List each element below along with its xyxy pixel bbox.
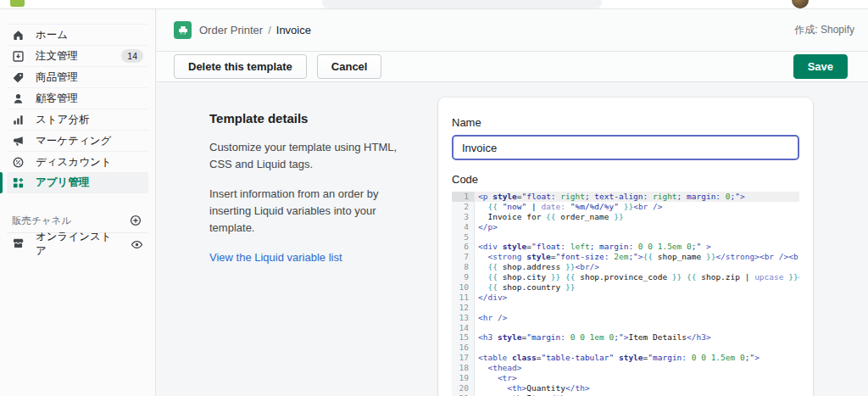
apps-icon bbox=[12, 176, 25, 189]
sidebar: ホーム 注文管理 14 商品管理 顧客管理 ストア分析 bbox=[0, 9, 156, 396]
main-area: Order Printer / Invoice 作成: Shopify Dele… bbox=[157, 9, 868, 396]
discounts-icon bbox=[12, 156, 25, 169]
orders-count-badge: 14 bbox=[121, 49, 143, 63]
sidebar-item-label: 顧客管理 bbox=[36, 92, 78, 106]
content-area: Template details Customize your template… bbox=[157, 82, 868, 396]
name-input[interactable] bbox=[452, 135, 799, 160]
sidebar-item-label: ディスカウント bbox=[36, 155, 112, 170]
liquid-variable-list-link[interactable]: View the Liquid variable list bbox=[209, 251, 342, 264]
store-icon bbox=[12, 237, 25, 252]
analytics-icon bbox=[12, 114, 25, 126]
name-label: Name bbox=[452, 116, 799, 129]
sidebar-item-label: ホーム bbox=[36, 28, 68, 42]
panel-description-1: Customize your template using HTML, CSS … bbox=[209, 139, 406, 173]
sidebar-item-orders[interactable]: 注文管理 14 bbox=[7, 45, 148, 66]
sidebar-nav: ホーム 注文管理 14 商品管理 顧客管理 ストア分析 bbox=[0, 24, 155, 193]
sidebar-item-label: 商品管理 bbox=[36, 70, 78, 85]
sidebar-item-label: マーケティング bbox=[36, 134, 111, 148]
save-button[interactable]: Save bbox=[793, 54, 848, 79]
sidebar-item-apps[interactable]: アプリ管理 bbox=[7, 172, 148, 193]
delete-template-button[interactable]: Delete this template bbox=[174, 54, 307, 79]
cancel-button[interactable]: Cancel bbox=[317, 54, 382, 79]
avatar[interactable] bbox=[792, 0, 809, 8]
view-store-eye-icon[interactable] bbox=[131, 238, 143, 251]
sidebar-item-products[interactable]: 商品管理 bbox=[7, 66, 148, 87]
sales-channels-label: 販売チャネル bbox=[12, 215, 71, 227]
sidebar-item-online-store[interactable]: オンラインストア bbox=[7, 232, 148, 255]
orders-icon bbox=[12, 50, 25, 63]
sidebar-item-home[interactable]: ホーム bbox=[7, 24, 148, 45]
created-by-label: 作成: Shopify bbox=[794, 23, 854, 37]
breadcrumb-page: Invoice bbox=[276, 24, 311, 36]
home-icon bbox=[12, 29, 25, 42]
sidebar-item-label: オンラインストア bbox=[36, 230, 120, 259]
breadcrumb-app[interactable]: Order Printer bbox=[199, 24, 263, 36]
action-toolbar: Delete this template Cancel Save bbox=[157, 52, 868, 82]
shopify-logo[interactable] bbox=[10, 0, 25, 7]
panel-title: Template details bbox=[209, 111, 406, 125]
marketing-icon bbox=[12, 135, 25, 148]
sidebar-item-analytics[interactable]: ストア分析 bbox=[7, 109, 148, 130]
sidebar-item-marketing[interactable]: マーケティング bbox=[7, 130, 148, 151]
sidebar-item-customers[interactable]: 顧客管理 bbox=[7, 87, 148, 109]
sidebar-item-discounts[interactable]: ディスカウント bbox=[7, 151, 148, 172]
sidebar-item-label: 注文管理 bbox=[36, 49, 78, 64]
top-bar bbox=[0, 0, 868, 9]
products-icon bbox=[12, 71, 25, 84]
sales-channels-section: 販売チャネル オンラインストア bbox=[0, 210, 155, 255]
add-channel-button[interactable] bbox=[130, 215, 142, 226]
template-details-panel: Template details Customize your template… bbox=[209, 111, 406, 265]
code-editor[interactable]: 1<p style="float: right; text-align: rig… bbox=[452, 192, 799, 396]
code-label: Code bbox=[452, 173, 799, 186]
customers-icon bbox=[12, 92, 25, 105]
order-printer-app-icon bbox=[174, 21, 192, 39]
sidebar-item-label: アプリ管理 bbox=[36, 176, 89, 190]
search-input[interactable] bbox=[322, 0, 602, 8]
breadcrumb: Order Printer / Invoice 作成: Shopify bbox=[157, 9, 868, 52]
panel-description-2: Insert information from an order by inse… bbox=[209, 186, 406, 237]
sidebar-item-label: ストア分析 bbox=[36, 113, 89, 127]
template-form-card: Name Code 1<p style="float: right; text-… bbox=[438, 98, 813, 396]
breadcrumb-separator: / bbox=[263, 24, 276, 36]
